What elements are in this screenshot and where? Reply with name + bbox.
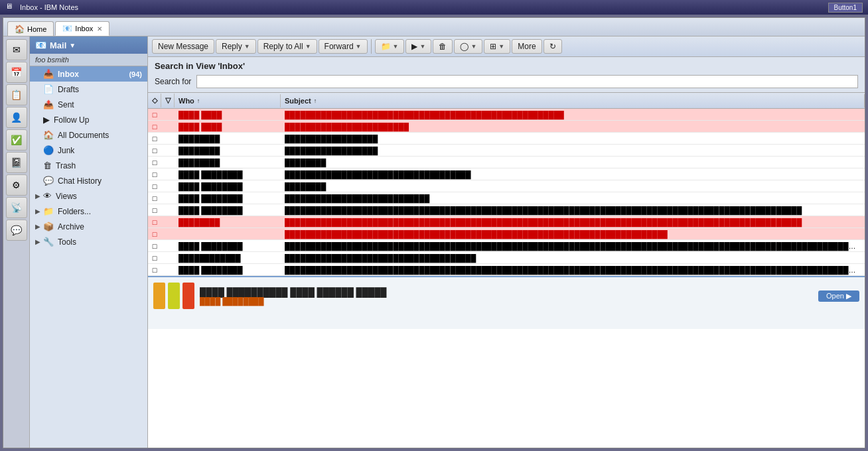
table-row[interactable]: □ ████████ ██████████████████ [148,133,865,145]
sidebar-feeds-icon[interactable]: 📡 [6,197,27,218]
row-who: ████ ████████ [175,241,281,251]
row-check[interactable]: □ [148,109,161,120]
row-check[interactable]: □ [148,121,161,132]
delete-button[interactable]: 🗑 [433,39,453,54]
row-subject: ████████ [281,181,865,192]
subject-header[interactable]: Subject ↑ [281,94,865,107]
sidebar-item-chathistory[interactable]: 💬 Chat History [30,173,147,188]
table-row[interactable]: □ ████ ████████ ████████████████████████… [148,168,865,180]
sidebar-mail-icon[interactable]: ✉ [6,39,27,60]
row-check[interactable]: □ [148,145,161,156]
table-row[interactable]: □ ████████ ██████████████████ [148,145,865,157]
title-bar: 🖥 Inbox - IBM Notes Button1 [0,0,868,15]
preview-open-button[interactable]: Open ▶ [818,290,859,302]
row-check[interactable]: □ [148,169,161,180]
sidebar-item-alldocs[interactable]: 🏠 All Documents [30,127,147,143]
row-check[interactable]: □ [148,193,161,204]
title-bar-button1[interactable]: Button1 [828,3,863,13]
tab-inbox-label: Inbox [75,25,93,32]
table-row[interactable]: □ ████ ████ ████████████████████████████… [148,109,865,121]
forward-button[interactable]: Forward ▼ [319,39,368,54]
sidebar-settings-icon[interactable]: ⚙ [6,174,27,196]
row-check[interactable]: □ [148,181,161,192]
row-check[interactable]: □ [148,217,161,227]
sidebar-notes-icon[interactable]: 📋 [6,84,27,105]
table-row[interactable]: □ ████ ████████ ████████████████████████… [148,240,865,252]
row-check[interactable]: □ [148,253,161,263]
table-row[interactable]: □ ████████ █████████████████████████████… [148,216,865,228]
row-check[interactable]: □ [148,133,161,144]
row-who [175,233,281,235]
tab-inbox-close[interactable]: ✕ [97,25,102,32]
sent-icon: 📤 [43,99,54,109]
reply-dropdown-icon: ▼ [244,43,250,50]
refresh-button[interactable]: ↻ [543,39,562,54]
folders-expand-icon: ▶ [35,208,40,215]
folder-dropdown-icon: ▼ [393,43,399,50]
row-subject: ████████████████████████ [281,121,865,132]
sidebar-sametime-icon[interactable]: 💬 [6,220,27,241]
sidebar-contacts-icon[interactable]: 👤 [6,107,27,128]
tools-button[interactable]: ⊞ ▼ [484,39,510,54]
sidebar-item-junk[interactable]: 🔵 Junk [30,143,147,158]
forward-dropdown-icon: ▼ [356,43,362,50]
table-row[interactable]: □ ████ ████████ ████████████████████████… [148,264,865,276]
app-icon: 🖥 [5,2,16,13]
search-input[interactable] [196,75,858,88]
reply-button[interactable]: Reply ▼ [216,39,256,54]
flag-button[interactable]: ▶ ▼ [405,39,431,54]
table-row[interactable]: □ ██████████████████████████████████████… [148,228,865,240]
sidebar-item-views[interactable]: ▶ 👁 Views [30,188,147,204]
mail-nav-header[interactable]: 📧 Mail ▼ [30,36,147,54]
sidebar-item-inbox[interactable]: 📥 Inbox (94) [30,66,147,82]
folder-button[interactable]: 📁 ▼ [375,39,405,54]
row-subject: ████████████████████████████████████ [281,169,865,180]
folders-icon: 📁 [43,206,54,216]
row-check[interactable]: □ [148,157,161,168]
row-subject: ██████████████████ [281,133,865,144]
row-check[interactable]: □ [148,205,161,216]
sidebar-calendar-icon[interactable]: 📅 [6,62,27,83]
new-message-button[interactable]: New Message [152,39,214,54]
sidebar-notebook-icon[interactable]: 📓 [6,152,27,173]
folders-label: Folders... [58,207,91,216]
sidebar-todo-icon[interactable]: ✅ [6,129,27,151]
sidebar-item-followup[interactable]: ▶ Follow Up [30,112,147,127]
table-row[interactable]: □ ████████████ █████████████████████████… [148,252,865,264]
reply-to-all-button[interactable]: Reply to All ▼ [257,39,317,54]
flag-dropdown-icon: ▼ [419,43,425,50]
sidebar-item-tools[interactable]: ▶ 🔧 Tools [30,234,147,249]
preview-text-block: ████ ██████████ ████ ██████ █████ ████ █… [200,287,387,305]
tab-home-label: Home [27,25,46,33]
archive-label: Archive [58,222,84,231]
table-row[interactable]: □ ████████ ████████ [148,157,865,168]
table-row[interactable]: □ ████ ████████ ████████████████████████… [148,204,865,216]
inbox-tab-icon: 📧 [62,24,72,33]
row-check[interactable]: □ [148,229,161,239]
who-sort-icon: ↑ [197,97,200,104]
flag-header[interactable]: ▽ [161,94,175,107]
table-row[interactable]: □ ████ ████████ ████████████████████████… [148,192,865,204]
check-header[interactable]: ◇ [148,94,161,107]
tools-label: Tools [58,237,76,247]
tools-icon: 🔧 [43,237,54,247]
more-button[interactable]: More [512,39,542,54]
who-header[interactable]: Who ↑ [175,94,281,107]
row-check[interactable]: □ [148,241,161,251]
table-row[interactable]: □ ████ ████ ████████████████████████ [148,121,865,133]
sidebar-item-trash[interactable]: 🗑 Trash [30,158,147,173]
sidebar-item-folders[interactable]: ▶ 📁 Folders... [30,204,147,219]
row-check[interactable]: □ [148,265,161,275]
table-row[interactable]: □ ████ ████████ ████████ [148,180,865,192]
sidebar-item-sent[interactable]: 📤 Sent [30,97,147,112]
preview-subtitle: ████ ████████ [200,297,387,305]
inbox-icon: 📥 [43,69,54,79]
mark-button[interactable]: ◯ ▼ [454,39,482,54]
tab-inbox[interactable]: 📧 Inbox ✕ [55,21,109,36]
sent-label: Sent [58,100,142,109]
tab-home[interactable]: 🏠 Home [7,21,54,36]
preview-pane: ████ ██████████ ████ ██████ █████ ████ █… [148,276,865,329]
sidebar-item-archive[interactable]: ▶ 📦 Archive [30,219,147,234]
row-who: ████ ████████ [175,265,281,275]
sidebar-item-drafts[interactable]: 📄 Drafts [30,82,147,97]
